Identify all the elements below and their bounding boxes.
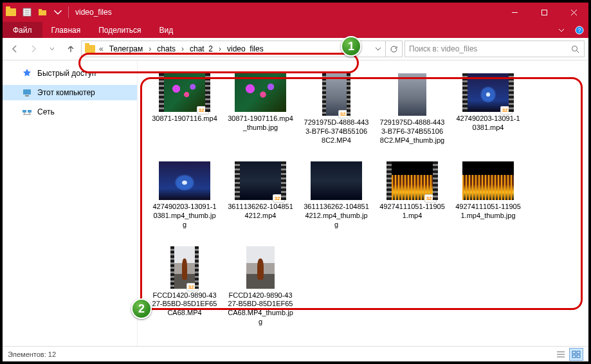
qat-properties-icon[interactable] (21, 6, 33, 18)
nav-item-2[interactable]: Сеть (3, 104, 137, 120)
view-details-button[interactable] (554, 348, 568, 361)
file-name: 427490203-13091-10381.mp4_thumb.jpg (152, 203, 217, 229)
file-name: 7291975D-4888-4433-B7F6-374B551068C2.MP4 (304, 118, 369, 145)
svg-rect-17 (28, 110, 32, 113)
mpc-badge-icon: 321 (500, 106, 513, 114)
video-thumbnail: 321 (159, 73, 210, 112)
items-grid: 32130871-1907116.mp430871-1907116.mp4_th… (150, 71, 583, 341)
file-item[interactable]: 49274111051-119051.mp4_thumb.jpg (454, 159, 522, 232)
breadcrumb-prefix[interactable]: « (97, 41, 105, 57)
svg-rect-27 (577, 355, 580, 358)
address-bar[interactable]: « Телеграм › chats › chat_2 › video_file… (81, 41, 403, 57)
body: Быстрый доступЭтот компьютерСеть 3213087… (3, 60, 588, 346)
svg-text:?: ? (577, 27, 581, 33)
close-button[interactable] (559, 3, 588, 22)
file-item[interactable]: FCCD1420-9890-4327-B5BD-85D1EF65CA68.MP4… (226, 244, 295, 329)
file-name: 427490203-13091-10381.mp4 (455, 114, 521, 132)
nav-recent-dropdown[interactable] (44, 41, 60, 57)
address-dropdown-icon[interactable] (371, 43, 385, 55)
video-thumbnail: 321 (462, 73, 514, 112)
star-icon (22, 68, 32, 78)
qat-newfolder-icon[interactable] (37, 6, 48, 18)
tab-view[interactable]: Вид (150, 22, 182, 38)
nav-item-0[interactable]: Быстрый доступ (3, 66, 137, 81)
file-item[interactable]: 32149274111051-119051.mp4 (378, 159, 446, 232)
video-thumbnail: 321 (235, 161, 286, 200)
video-thumbnail: 321 (322, 73, 350, 116)
image-thumbnail (462, 161, 514, 200)
file-item[interactable]: 3217291975D-4888-4433-B7F6-374B551068C2.… (302, 71, 370, 147)
chevron-right-icon[interactable]: › (179, 41, 186, 57)
net-icon (22, 107, 32, 117)
search-icon[interactable] (566, 45, 584, 53)
image-thumbnail (398, 73, 426, 116)
ribbon-expand-icon[interactable] (552, 22, 570, 38)
help-button[interactable]: ? (570, 22, 588, 38)
image-thumbnail (246, 246, 275, 289)
breadcrumb-2[interactable]: chat_2 (186, 41, 217, 57)
file-item[interactable]: 30871-1907116.mp4_thumb.jpg (226, 71, 295, 147)
file-name: 3611136262-1048514212.mp4 (228, 203, 293, 221)
pc-icon (22, 87, 32, 98)
svg-point-12 (572, 46, 577, 51)
breadcrumb-3[interactable]: video_files (223, 41, 268, 57)
view-large-icons-button[interactable] (569, 348, 583, 361)
mpc-badge-icon: 321 (186, 283, 199, 291)
svg-rect-16 (23, 110, 26, 113)
breadcrumb-1[interactable]: chats (153, 41, 179, 57)
content-area[interactable]: 32130871-1907116.mp430871-1907116.mp4_th… (138, 60, 588, 346)
qat-dropdown-icon[interactable] (52, 6, 64, 18)
mpc-badge-icon: 321 (338, 110, 350, 118)
tab-file[interactable]: Файл (3, 22, 42, 38)
nav-up-button[interactable] (62, 41, 79, 57)
chevron-right-icon[interactable]: › (147, 41, 153, 57)
tab-share[interactable]: Поделиться (89, 22, 150, 38)
file-item[interactable]: 3611136262-1048514212.mp4_thumb.jpg (302, 159, 370, 232)
file-name: 49274111051-119051.mp4 (379, 203, 445, 221)
chevron-right-icon[interactable]: › (217, 41, 223, 57)
nav-item-label: Сеть (37, 107, 55, 116)
image-thumbnail (159, 161, 210, 200)
nav-back-button[interactable] (6, 41, 23, 57)
svg-rect-26 (572, 355, 576, 358)
nav-forward-button[interactable] (25, 41, 42, 57)
breadcrumb-0[interactable]: Телеграм (105, 41, 147, 57)
file-item[interactable]: 3213611136262-1048514212.mp4 (226, 159, 295, 232)
video-thumbnail: 321 (386, 161, 438, 200)
file-item[interactable]: 427490203-13091-10381.mp4_thumb.jpg (150, 159, 219, 232)
nav-item-1[interactable]: Этот компьютер (3, 85, 137, 100)
file-item[interactable]: 321FCCD1420-9890-4327-B5BD-85D1EF65CA68.… (150, 244, 219, 329)
search-box[interactable] (405, 41, 585, 57)
maximize-button[interactable] (529, 3, 559, 22)
file-name: FCCD1420-9890-4327-B5BD-85D1EF65CA68.MP4… (228, 291, 293, 327)
window-title: video_files (75, 8, 112, 17)
status-count: 12 (48, 350, 56, 358)
search-input[interactable] (405, 44, 566, 53)
refresh-button[interactable] (385, 41, 402, 57)
file-name: 3611136262-1048514212.mp4_thumb.jpg (304, 203, 369, 229)
status-count-label: Элементов: (8, 350, 46, 358)
file-name: FCCD1420-9890-4327-B5BD-85D1EF65CA68.MP4 (152, 291, 217, 318)
mpc-badge-icon: 321 (197, 106, 209, 114)
mpc-badge-icon: 321 (424, 194, 437, 203)
svg-rect-14 (23, 89, 31, 95)
svg-rect-5 (39, 9, 42, 11)
mpc-badge-icon: 321 (273, 194, 285, 203)
file-name: 30871-1907116.mp4_thumb.jpg (228, 114, 293, 132)
nav-item-label: Быстрый доступ (37, 69, 96, 78)
file-item[interactable]: 32130871-1907116.mp4 (150, 71, 219, 147)
file-item[interactable]: 7291975D-4888-4433-B7F6-374B551068C2.MP4… (378, 71, 446, 147)
tab-home[interactable]: Главная (42, 22, 90, 38)
address-folder-icon (83, 42, 97, 56)
file-item[interactable]: 321427490203-13091-10381.mp4 (454, 71, 522, 147)
svg-rect-24 (572, 351, 576, 354)
svg-rect-25 (577, 351, 580, 354)
file-name: 49274111051-119051.mp4_thumb.jpg (455, 203, 521, 221)
svg-rect-15 (25, 95, 29, 96)
status-bar: Элементов: 12 (3, 346, 588, 361)
address-bar-row: « Телеграм › chats › chat_2 › video_file… (3, 38, 588, 60)
video-thumbnail: 321 (170, 246, 199, 289)
svg-line-13 (576, 50, 579, 53)
ribbon-tabs: Файл Главная Поделиться Вид ? (3, 22, 588, 38)
minimize-button[interactable] (500, 3, 529, 22)
